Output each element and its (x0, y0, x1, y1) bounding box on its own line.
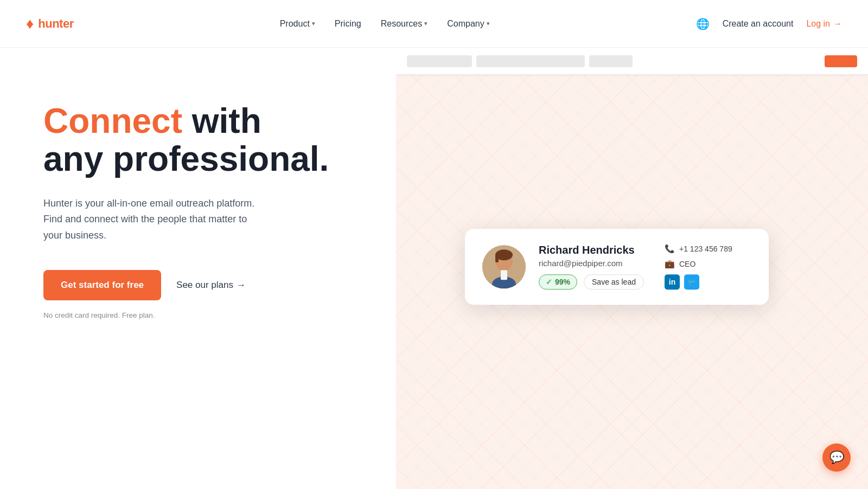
hero-cta: Get started for free See our plans → (43, 270, 370, 300)
title-item: 💼 CEO (665, 259, 751, 269)
arrow-icon: → (833, 19, 842, 29)
twitter-bird-icon: 🐦 (687, 278, 696, 286)
create-account-link[interactable]: Create an account (723, 19, 794, 29)
contact-info: Richard Hendricks richard@piedpiper.com … (539, 244, 647, 289)
chat-icon: 💬 (829, 451, 844, 465)
browser-segment (825, 55, 857, 67)
svg-rect-5 (501, 270, 507, 280)
avatar (482, 245, 526, 288)
contact-actions: ✓ 99% Save as lead (539, 274, 647, 289)
logo-text: hunter (38, 17, 73, 31)
save-as-lead-button[interactable]: Save as lead (584, 274, 644, 289)
contact-meta: 📞 +1 123 456 789 💼 CEO in 🐦 (665, 244, 751, 289)
nav-links: Product ▾ Pricing Resources ▾ Company ▾ (272, 15, 497, 33)
score-value: 99% (555, 278, 570, 286)
chevron-down-icon: ▾ (312, 20, 315, 27)
svg-rect-3 (495, 255, 499, 262)
hero-subtext: Hunter is your all-in-one email outreach… (43, 196, 304, 244)
nav-product[interactable]: Product ▾ (272, 15, 323, 33)
score-badge: ✓ 99% (539, 274, 577, 289)
heading-highlight: Connect (43, 101, 182, 140)
linkedin-button[interactable]: in (665, 274, 680, 289)
globe-icon[interactable]: 🌐 (696, 17, 710, 30)
nav-company[interactable]: Company ▾ (439, 15, 497, 33)
no-credit-text: No credit card required. Free plan. (43, 311, 370, 319)
hero-heading: Connect withany professional. (43, 102, 370, 178)
check-icon: ✓ (546, 278, 552, 286)
briefcase-icon: 💼 (665, 259, 675, 269)
social-links: in 🐦 (665, 274, 751, 289)
phone-item: 📞 +1 123 456 789 (665, 244, 751, 254)
chat-fab-button[interactable]: 💬 (822, 443, 851, 472)
hero-illustration: Richard Hendricks richard@piedpiper.com … (396, 48, 868, 489)
navbar: ♦ hunter Product ▾ Pricing Resources ▾ C… (0, 0, 868, 48)
logo[interactable]: ♦ hunter (26, 15, 74, 33)
chevron-down-icon: ▾ (424, 20, 427, 27)
nav-pricing[interactable]: Pricing (327, 15, 369, 33)
browser-segment (476, 55, 585, 67)
nav-right: 🌐 Create an account Log in → (696, 17, 842, 30)
see-plans-link[interactable]: See our plans → (176, 280, 246, 291)
login-link[interactable]: Log in → (806, 19, 842, 29)
twitter-button[interactable]: 🐦 (684, 274, 699, 289)
title-value: CEO (679, 260, 695, 268)
arrow-icon: → (237, 280, 246, 291)
contact-email: richard@piedpiper.com (539, 259, 647, 268)
phone-value: +1 123 456 789 (679, 244, 732, 253)
phone-icon: 📞 (665, 244, 675, 254)
hero-section: Connect withany professional. Hunter is … (0, 48, 396, 489)
get-started-button[interactable]: Get started for free (43, 270, 161, 300)
main-layout: Connect withany professional. Hunter is … (0, 48, 868, 489)
nav-resources[interactable]: Resources ▾ (373, 15, 435, 33)
browser-segment (407, 55, 472, 67)
browser-bar (396, 48, 868, 75)
chevron-down-icon: ▾ (487, 20, 490, 27)
logo-icon: ♦ (26, 15, 34, 33)
contact-name: Richard Hendricks (539, 244, 647, 256)
contact-card: Richard Hendricks richard@piedpiper.com … (465, 229, 769, 305)
browser-segment (589, 55, 633, 67)
